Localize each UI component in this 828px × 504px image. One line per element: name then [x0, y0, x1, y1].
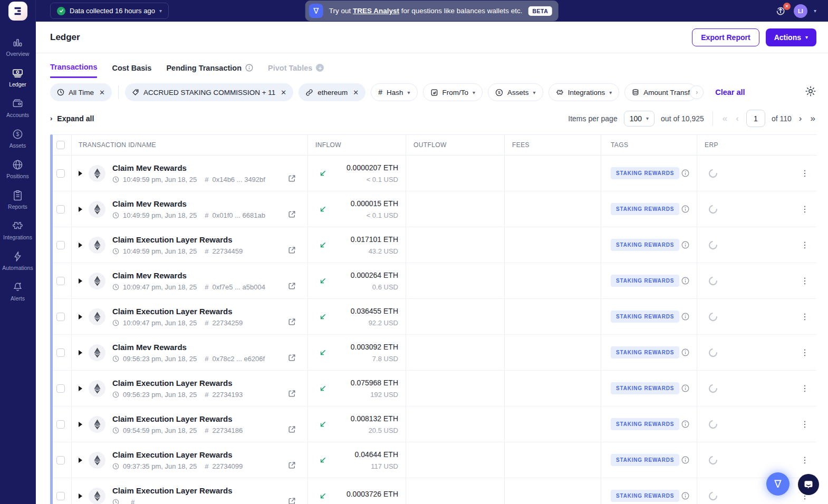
clear-all-filters-button[interactable]: Clear all — [715, 88, 745, 96]
row-checkbox[interactable] — [56, 169, 65, 178]
remove-filter-icon[interactable]: ✕ — [352, 89, 359, 96]
column-header-inflow[interactable]: INFLOW — [315, 141, 341, 149]
transaction-name[interactable]: Claim Mev Rewards — [112, 163, 288, 172]
filter-chip-amount-transferred[interactable]: Amount Transfe — [624, 83, 697, 101]
next-page-button[interactable]: › — [798, 113, 803, 124]
page-number-input[interactable] — [746, 110, 765, 127]
tag-info-icon[interactable] — [681, 420, 689, 428]
row-checkbox[interactable] — [56, 205, 65, 214]
tag-info-icon[interactable] — [681, 277, 689, 285]
row-menu-kebab-icon[interactable]: ⋮ — [801, 456, 809, 464]
export-report-button[interactable]: Export Report — [692, 28, 759, 46]
row-checkbox[interactable] — [56, 492, 65, 500]
external-link-icon[interactable] — [288, 497, 307, 504]
avatar[interactable]: LI — [794, 4, 807, 18]
tres-analyst-banner[interactable]: ∇ Try out TRES Analyst for questions lik… — [305, 1, 559, 21]
external-link-icon[interactable] — [288, 354, 307, 362]
row-checkbox[interactable] — [56, 420, 65, 429]
actions-button[interactable]: Actions▾ — [766, 28, 816, 46]
row-menu-kebab-icon[interactable]: ⋮ — [801, 169, 809, 178]
sidebar-item-integrations[interactable]: Integrations — [0, 217, 35, 244]
tag-info-icon[interactable] — [681, 169, 689, 177]
external-link-icon[interactable] — [288, 210, 307, 218]
filter-chip-integrations[interactable]: Integrations ▾ — [548, 83, 620, 101]
row-menu-kebab-icon[interactable]: ⋮ — [801, 348, 809, 357]
row-menu-kebab-icon[interactable]: ⋮ — [801, 241, 809, 249]
expand-row-icon[interactable] — [79, 207, 82, 212]
remove-filter-icon[interactable]: ✕ — [280, 89, 286, 96]
tab-pending-transaction[interactable]: Pending Transaction — [166, 64, 253, 77]
scroll-filters-right-button[interactable]: › — [690, 85, 704, 99]
tag-info-icon[interactable] — [681, 492, 689, 500]
sidebar-item-positions[interactable]: Positions — [0, 156, 35, 182]
row-menu-kebab-icon[interactable]: ⋮ — [801, 205, 809, 214]
transaction-name[interactable]: Claim Mev Rewards — [112, 343, 288, 352]
row-checkbox[interactable] — [56, 348, 65, 357]
expand-row-icon[interactable] — [79, 350, 82, 355]
expand-all-button[interactable]: › Expand all — [50, 114, 94, 123]
row-checkbox[interactable] — [56, 313, 65, 321]
transaction-ref[interactable]: 22734099 — [212, 462, 243, 470]
select-all-checkbox[interactable] — [56, 141, 65, 149]
transaction-ref[interactable]: 0x01f0 ... 6681ab — [212, 211, 265, 219]
external-link-icon[interactable] — [288, 318, 307, 326]
transaction-ref[interactable]: 22734259 — [212, 319, 243, 327]
column-header-outflow[interactable]: OUTFLOW — [413, 141, 447, 149]
column-header-erp[interactable]: ERP — [705, 141, 718, 149]
row-menu-kebab-icon[interactable]: ⋮ — [801, 384, 809, 393]
sidebar-item-accounts[interactable]: Accounts — [0, 94, 35, 121]
expand-row-icon[interactable] — [79, 314, 82, 319]
table-scrollbar[interactable] — [50, 134, 53, 504]
chat-messenger-fab[interactable] — [798, 474, 819, 495]
external-link-icon[interactable] — [288, 282, 307, 290]
filter-settings-gear-icon[interactable] — [805, 85, 816, 99]
sync-status-button[interactable]: ✕ — [775, 5, 787, 17]
tab-pivot-tables[interactable]: Pivot Tables + — [268, 64, 324, 77]
sidebar-item-automations[interactable]: Automations — [0, 247, 35, 274]
expand-row-icon[interactable] — [79, 458, 82, 463]
transaction-name[interactable]: Claim Execution Layer Rewards — [112, 486, 288, 495]
filter-chip-network[interactable]: ethereum ✕ — [299, 83, 365, 101]
remove-filter-icon[interactable]: ✕ — [98, 89, 105, 96]
tag-info-icon[interactable] — [681, 456, 689, 464]
filter-chip-assets[interactable]: $ Assets ▾ — [488, 83, 543, 101]
row-checkbox[interactable] — [56, 384, 65, 393]
external-link-icon[interactable] — [288, 175, 307, 182]
filter-chip-tag[interactable]: ACCRUED STAKING COMMISSION + 11 ✕ — [125, 83, 293, 101]
tres-analyst-link[interactable]: TRES Analyst — [353, 7, 399, 15]
transaction-ref[interactable]: 0xf7e5 ... a5b004 — [212, 283, 265, 291]
first-page-button[interactable]: « — [721, 113, 728, 124]
chevron-down-icon[interactable]: ▾ — [814, 8, 816, 14]
expand-row-icon[interactable] — [79, 243, 82, 248]
external-link-icon[interactable] — [288, 461, 307, 469]
prev-page-button[interactable]: ‹ — [735, 113, 740, 124]
expand-row-icon[interactable] — [79, 278, 82, 284]
row-checkbox[interactable] — [56, 241, 65, 249]
tres-analyst-fab[interactable]: ∇ — [766, 472, 790, 496]
tres-logo[interactable] — [8, 2, 27, 21]
filter-chip-from-to[interactable]: From/To ▾ — [423, 83, 483, 101]
row-checkbox[interactable] — [56, 456, 65, 464]
last-page-button[interactable]: » — [810, 113, 816, 124]
transaction-name[interactable]: Claim Mev Rewards — [112, 199, 288, 208]
filter-chip-all-time[interactable]: All Time ✕ — [50, 83, 112, 101]
transaction-ref[interactable]: 22734459 — [212, 247, 243, 255]
filter-chip-hash[interactable]: # Hash ▾ — [371, 83, 417, 101]
transaction-name[interactable]: Claim Execution Layer Rewards — [112, 414, 288, 423]
expand-row-icon[interactable] — [79, 171, 82, 176]
column-header-tags[interactable]: TAGS — [611, 141, 628, 149]
tab-cost-basis[interactable]: Cost Basis — [112, 64, 151, 77]
data-status-dropdown[interactable]: Data collected 16 hours ago ▾ — [50, 3, 169, 19]
sidebar-item-overview[interactable]: Overview — [0, 33, 35, 60]
row-menu-kebab-icon[interactable]: ⋮ — [801, 313, 809, 321]
tag-info-icon[interactable] — [681, 241, 689, 249]
sidebar-item-alerts[interactable]: Alerts — [0, 278, 35, 305]
transaction-name[interactable]: Claim Mev Rewards — [112, 271, 288, 280]
transaction-name[interactable]: Claim Execution Layer Rewards — [112, 379, 288, 387]
items-per-page-select[interactable]: 100 ▾ — [624, 111, 654, 127]
transaction-ref[interactable]: 0x14b6 ... 3492bf — [212, 176, 265, 183]
transaction-name[interactable]: Claim Execution Layer Rewards — [112, 450, 288, 459]
row-menu-kebab-icon[interactable]: ⋮ — [801, 420, 809, 429]
column-header-fees[interactable]: FEES — [512, 141, 529, 149]
row-menu-kebab-icon[interactable]: ⋮ — [801, 277, 809, 285]
